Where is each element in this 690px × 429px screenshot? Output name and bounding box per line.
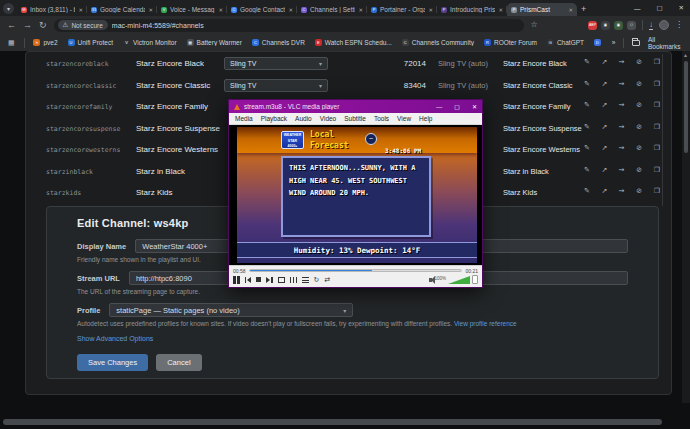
minimize-icon[interactable]: — — [634, 5, 641, 12]
volume-slider[interactable] — [448, 276, 470, 284]
open-stream-icon[interactable]: ↗ — [601, 187, 607, 194]
probe-icon[interactable]: ⇝ — [619, 187, 625, 194]
disable-icon[interactable]: ⊘ — [636, 144, 642, 151]
loop-icon[interactable]: ↻ — [314, 276, 320, 283]
disable-icon[interactable]: ⊘ — [636, 101, 642, 108]
edit-icon[interactable]: ✎ — [584, 123, 590, 130]
tab-close-icon[interactable]: ✕ — [428, 7, 433, 13]
extended-settings-icon[interactable] — [290, 277, 297, 283]
source-select[interactable]: Sling TV ▾ — [224, 79, 328, 92]
extension-icon[interactable]: ABP — [588, 21, 597, 30]
vlc-close-icon[interactable]: ✕ — [472, 103, 477, 110]
extension-icon[interactable]: ⬡ — [627, 21, 636, 30]
vlc-minimize-icon[interactable]: — — [436, 104, 442, 110]
url-text[interactable]: mac-mini-m4:5589/#channels — [112, 22, 204, 29]
open-stream-icon[interactable]: ↗ — [601, 58, 607, 65]
vlc-menu-item[interactable]: Video — [320, 115, 337, 122]
save-button[interactable]: Save Changes — [77, 354, 148, 371]
duplicate-icon[interactable]: ❐ — [654, 166, 660, 173]
open-stream-icon[interactable]: ↗ — [601, 101, 607, 108]
profile-select[interactable]: staticPage — Static pages (no video) ▾ — [109, 303, 353, 317]
bookmark-item[interactable]: ▦ Battery Warmer — [187, 39, 242, 46]
tab-close-icon[interactable]: ✕ — [498, 7, 503, 13]
edit-icon[interactable]: ✎ — [584, 58, 590, 65]
profile-avatar[interactable] — [659, 20, 669, 30]
bookmark-item[interactable]: D DeepSeek — [594, 39, 603, 46]
reload-icon[interactable]: ↻ — [39, 21, 47, 30]
vlc-titlebar[interactable]: stream.m3u8 - VLC media player — ▢ ✕ — [229, 100, 482, 113]
vertical-scrollbar[interactable]: ▲ — [682, 51, 690, 403]
vlc-menu-item[interactable]: Audio — [295, 115, 312, 122]
edit-icon[interactable]: ✎ — [584, 101, 590, 108]
shuffle-icon[interactable]: ⇄ — [324, 276, 330, 283]
extension-icon[interactable]: ▣ — [601, 21, 610, 30]
playlist-icon[interactable] — [302, 277, 309, 283]
probe-icon[interactable]: ⇝ — [619, 101, 625, 108]
vlc-menu-item[interactable]: Playback — [261, 115, 287, 122]
bookmark-item[interactable]: R ROOter Forum — [484, 39, 537, 46]
vlc-menu-item[interactable]: Help — [419, 115, 432, 122]
tab-close-icon[interactable]: ✕ — [78, 7, 83, 13]
seek-bar[interactable] — [249, 269, 463, 272]
edit-icon[interactable]: ✎ — [584, 80, 590, 87]
duplicate-icon[interactable]: ❐ — [654, 187, 660, 194]
volume-thumb[interactable] — [472, 275, 478, 284]
tab-close-icon[interactable]: ✕ — [358, 7, 363, 13]
horizontal-scrollbar-thumb[interactable] — [3, 419, 662, 425]
bookmark-item[interactable]: C Channels DVR — [252, 39, 305, 46]
menu-kebab-icon[interactable]: ⋮ — [675, 21, 683, 29]
edit-icon[interactable]: ✎ — [584, 166, 590, 173]
new-tab-button[interactable]: + — [581, 4, 586, 14]
edit-icon[interactable]: ✎ — [584, 187, 590, 194]
open-stream-icon[interactable]: ↗ — [601, 123, 607, 130]
open-stream-icon[interactable]: ↗ — [601, 80, 607, 87]
bookmark-item[interactable]: U Unifi Protect — [68, 39, 113, 46]
bookmarks-overflow-icon[interactable]: » — [612, 39, 616, 46]
tab-close-icon[interactable]: ✕ — [148, 7, 153, 13]
pause-icon[interactable] — [233, 276, 240, 284]
back-icon[interactable]: ← — [7, 21, 16, 30]
duplicate-icon[interactable]: ❐ — [654, 58, 660, 65]
previous-icon[interactable] — [245, 277, 252, 283]
disable-icon[interactable]: ⊘ — [636, 80, 642, 87]
forward-icon[interactable]: → — [23, 21, 32, 30]
probe-icon[interactable]: ⇝ — [619, 58, 625, 65]
browser-tab[interactable]: C Google Contacts ✕ — [227, 3, 297, 16]
scroll-up-icon[interactable]: ▲ — [683, 52, 688, 58]
browser-tab[interactable]: 31 Google Calenda ✕ — [87, 3, 157, 16]
volume-control[interactable]: 100% — [429, 275, 478, 284]
source-select[interactable]: Sling TV ▾ — [224, 57, 328, 70]
open-stream-icon[interactable]: ↗ — [601, 166, 607, 173]
vlc-menu-item[interactable]: View — [397, 115, 411, 122]
bookmark-item[interactable]: C Channels Community — [402, 39, 474, 46]
disable-icon[interactable]: ⊘ — [636, 166, 642, 173]
duplicate-icon[interactable]: ❐ — [654, 80, 660, 87]
disable-icon[interactable]: ⊘ — [636, 58, 642, 65]
bookmark-star-icon[interactable]: ☆ — [531, 21, 538, 29]
tab-search-icon[interactable]: ▾ — [3, 3, 14, 14]
browser-tab[interactable]: M Inbox (3,811) - b ✕ — [17, 3, 87, 16]
vlc-menu-item[interactable]: Tools — [374, 115, 389, 122]
maximize-icon[interactable]: ▢ — [656, 4, 662, 12]
bookmark-item[interactable]: V Victron Monitor — [123, 39, 177, 46]
stop-icon[interactable] — [256, 277, 261, 282]
disable-icon[interactable]: ⊘ — [636, 187, 642, 194]
vlc-menu-item[interactable]: Media — [235, 115, 253, 122]
open-stream-icon[interactable]: ↗ — [601, 144, 607, 151]
apps-grid-icon[interactable]: ▦ — [8, 39, 15, 46]
tab-close-icon[interactable]: ✕ — [218, 7, 223, 13]
duplicate-icon[interactable]: ❐ — [654, 123, 660, 130]
browser-tab[interactable]: V Voice - Messag ✕ — [157, 3, 227, 16]
horizontal-scrollbar[interactable] — [3, 419, 675, 425]
download-icon[interactable]: ↓ — [649, 21, 653, 30]
show-advanced-link[interactable]: Show Advanced Options — [77, 335, 628, 342]
close-icon[interactable]: ✕ — [679, 4, 684, 12]
security-chip[interactable]: ⚠ Not secure — [58, 20, 108, 30]
bookmark-item[interactable]: ✕ pve2 — [33, 39, 57, 46]
tab-close-icon[interactable]: ✕ — [568, 7, 573, 13]
browser-tab[interactable]: C Channels | Setti ✕ — [297, 3, 367, 16]
probe-icon[interactable]: ⇝ — [619, 123, 625, 130]
browser-tab[interactable]: P PrismCast ✕ — [507, 3, 577, 16]
bookmark-item[interactable]: G ChatGPT — [547, 39, 584, 46]
extension-icon[interactable]: ▣ — [614, 21, 623, 30]
